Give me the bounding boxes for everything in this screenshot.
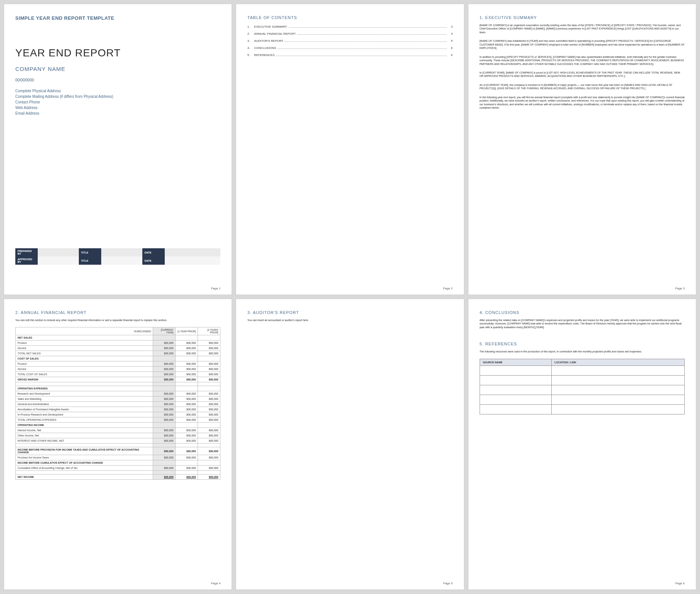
table-spacer: [16, 471, 220, 475]
table-row: Service$00,000$00,000$00,000: [16, 367, 220, 372]
page-number: Page 4: [211, 582, 220, 585]
cell-val: $00,000: [176, 447, 198, 455]
cell-val: $00,000: [176, 351, 198, 356]
date-field-2: [165, 256, 220, 265]
table-row: Other Income, Net$00,000$00,000$00,000: [16, 433, 220, 438]
toc-dots: [276, 56, 447, 56]
approved-by-label: APPROVED BY: [15, 256, 38, 265]
email-address: Email Address: [15, 111, 220, 116]
cell-val: $00,000: [176, 396, 198, 402]
row-label: TOTAL OPERATING EXPENSES: [16, 417, 153, 423]
cell-val: $00,000: [153, 412, 176, 417]
row-label: Cumulative Effect of Accounting Change, …: [16, 466, 153, 471]
cell-val: $00,000: [198, 340, 220, 346]
report-title: YEAR END REPORT: [15, 47, 220, 59]
toc-label: EXECUTIVE SUMMARY: [254, 25, 287, 28]
cell-val: $00,000: [198, 367, 220, 372]
table-row: NET SALES: [16, 335, 220, 340]
row-label: INCOME BEFORE CUMULATIVE EFFECT OF ACCOU…: [16, 460, 153, 466]
cell-val: $00,000: [176, 428, 198, 433]
template-title: SIMPLE YEAR END REPORT TEMPLATE: [15, 15, 220, 21]
row-label: General and Administrative: [16, 402, 153, 407]
cell-val: $00,000: [176, 340, 198, 346]
conclusions-heading: 4. CONCLUSIONS: [480, 310, 685, 315]
exec-para: In [CURRENT YEAR], [NAME OF COMPANY] is …: [480, 71, 685, 78]
cell-val: $00,000: [153, 372, 176, 377]
toc-dots: [278, 49, 447, 49]
web-address: Web Address: [15, 105, 220, 111]
toc-item: 3.AUDITOR'S REPORT5: [247, 39, 452, 43]
cell-val: $00,000: [153, 396, 176, 402]
cell-val: $00,000: [153, 475, 176, 480]
prepared-by-label: PREPARED BY: [15, 248, 38, 256]
toc-num: 1.: [247, 25, 254, 28]
table-row: COST OF SALES: [16, 356, 220, 361]
cell-val: $00,000: [176, 417, 198, 423]
signature-table: PREPARED BY TITLE DATE APPROVED BY TITLE…: [15, 248, 220, 265]
date-label-2: DATE: [142, 256, 165, 265]
cell-val: $00,000: [153, 361, 176, 367]
cell-val: $00,000: [176, 438, 198, 444]
cell-val: $00,000: [153, 346, 176, 351]
row-label: OPERATING EXPENSES: [16, 386, 153, 391]
row-label: Service: [16, 346, 153, 351]
table-row: Sales and Marketing$00,000$00,000$00,000: [16, 396, 220, 402]
page-1: SIMPLE YEAR END REPORT TEMPLATE YEAR END…: [4, 4, 232, 295]
financial-table: YEARS ENDED [CURRENT YEAR] [1 YEAR PRIOR…: [15, 327, 220, 480]
table-row-net-income: NET INCOME$00,000$00,000$00,000: [16, 475, 220, 480]
toc-item: 4.CONCLUSIONS6: [247, 46, 452, 50]
cell-val: $00,000: [198, 402, 220, 407]
cell-val: $00,000: [176, 407, 198, 412]
cell-val: $00,000: [176, 361, 198, 367]
row-label: NET SALES: [16, 335, 153, 340]
cell-val: $00,000: [198, 396, 220, 402]
cell-val: $00,000: [176, 433, 198, 438]
cell-val: $00,000: [198, 351, 220, 356]
page-number: Page 1: [211, 287, 220, 290]
cell-val: $00,000: [176, 372, 198, 377]
page-number: Page 3: [675, 287, 685, 290]
row-label: COST OF SALES: [16, 356, 153, 361]
table-row: Product$00,000$00,000$00,000: [16, 340, 220, 346]
row-label: Other Income, Net: [16, 433, 153, 438]
page-grid: SIMPLE YEAR END REPORT TEMPLATE YEAR END…: [4, 4, 696, 590]
page-3: 1. EXECUTIVE SUMMARY [NAME OF COMPANY] i…: [468, 4, 696, 295]
toc-page: 4: [448, 32, 453, 35]
references-table: SOURCE NAME LOCATION / LINK: [480, 359, 685, 414]
row-label: Interest Income, Net: [16, 428, 153, 433]
cell-val: $00,000: [176, 412, 198, 417]
toc-item: 2.ANNUAL FINANCIAL REPORT4: [247, 32, 452, 35]
financial-heading: 2. ANNUAL FINANCIAL REPORT: [15, 310, 220, 315]
table-row: OPERATING INCOME: [16, 423, 220, 428]
cell-val: $00,000: [153, 391, 176, 396]
page-2: TABLE OF CONTENTS 1.EXECUTIVE SUMMARY3 2…: [236, 4, 464, 295]
exec-para: As of [CURRENT YEAR], the company is inv…: [480, 83, 685, 90]
cell-val: $00,000: [176, 367, 198, 372]
physical-address: Complete Physical Address: [15, 88, 220, 94]
toc-dots: [297, 34, 447, 35]
title-field-1: [101, 248, 142, 256]
table-row: Research and Development$00,000$00,000$0…: [16, 391, 220, 396]
col-1yr-prior: [1 YEAR PRIOR]: [176, 327, 198, 335]
cell-val: $00,000: [176, 466, 198, 471]
table-row: Provision for Income Taxes$00,000$00,000…: [16, 455, 220, 460]
exec-para: In addition to providing [SPECIFY PRODUC…: [480, 55, 685, 66]
toc-item: 1.EXECUTIVE SUMMARY3: [247, 25, 452, 28]
toc-page: 6: [448, 53, 453, 57]
page-4: 2. ANNUAL FINANCIAL REPORT You can edit …: [4, 299, 232, 590]
cell-val: $00,000: [198, 475, 220, 480]
toc-num: 3.: [247, 39, 254, 43]
col-2yr-prior: [2 YEARS PRIOR]: [198, 327, 220, 335]
row-label: Provision for Income Taxes: [16, 455, 153, 460]
row-label: NET INCOME: [16, 475, 153, 480]
toc-page: 6: [448, 46, 453, 50]
cell-val: $00,000: [153, 377, 176, 382]
cell-val: $00,000: [176, 455, 198, 460]
row-label: OPERATING INCOME: [16, 423, 153, 428]
table-row: Amortization of Purchased Intangible Ass…: [16, 407, 220, 412]
title-label-1: TITLE: [79, 248, 101, 256]
auditor-heading: 3. AUDITOR'S REPORT: [247, 310, 452, 315]
cell-val: $00,000: [176, 475, 198, 480]
table-row: General and Administrative$00,000$00,000…: [16, 402, 220, 407]
table-row: [480, 404, 684, 414]
